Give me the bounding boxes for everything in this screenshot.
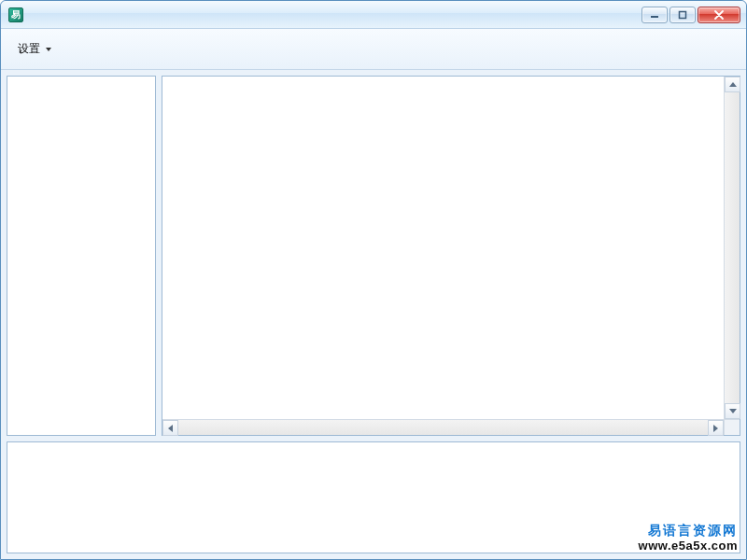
app-window: 易 设置 bbox=[0, 0, 747, 560]
maximize-button[interactable] bbox=[669, 7, 696, 23]
horizontal-scrollbar[interactable] bbox=[162, 419, 724, 435]
chevron-down-icon bbox=[729, 409, 737, 413]
titlebar[interactable]: 易 bbox=[1, 1, 746, 29]
app-icon: 易 bbox=[8, 7, 23, 22]
menu-settings-label: 设置 bbox=[18, 41, 40, 57]
scroll-h-track[interactable] bbox=[178, 420, 708, 435]
main-content-pane[interactable] bbox=[162, 76, 740, 436]
scroll-v-track[interactable] bbox=[725, 92, 740, 403]
scroll-left-button[interactable] bbox=[162, 420, 178, 436]
close-button[interactable] bbox=[698, 7, 740, 23]
client-area bbox=[1, 70, 746, 559]
chevron-right-icon bbox=[713, 425, 718, 432]
scroll-down-button[interactable] bbox=[725, 403, 740, 419]
window-controls bbox=[641, 7, 742, 23]
chevron-up-icon bbox=[729, 82, 737, 87]
vertical-scrollbar[interactable] bbox=[724, 77, 740, 419]
scroll-up-button[interactable] bbox=[725, 77, 740, 92]
chevron-left-icon bbox=[168, 425, 173, 432]
menubar: 设置 bbox=[1, 29, 746, 70]
svg-rect-1 bbox=[680, 11, 686, 18]
minimize-button[interactable] bbox=[641, 7, 668, 23]
bottom-log-pane[interactable] bbox=[7, 441, 740, 553]
scroll-corner bbox=[724, 419, 740, 435]
left-list-pane[interactable] bbox=[7, 76, 156, 436]
menu-settings[interactable]: 设置 bbox=[10, 38, 59, 60]
top-panes bbox=[7, 76, 740, 436]
scroll-right-button[interactable] bbox=[708, 420, 724, 436]
svg-rect-0 bbox=[651, 16, 658, 18]
main-content-viewport[interactable] bbox=[162, 77, 740, 435]
chevron-down-icon bbox=[46, 48, 51, 51]
